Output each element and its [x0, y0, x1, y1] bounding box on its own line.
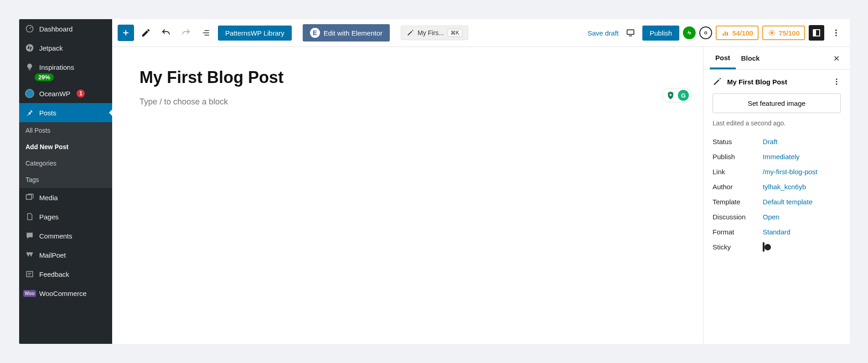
post-title-input[interactable]: [140, 68, 676, 87]
notification-count-badge: 1: [77, 89, 85, 98]
sidebar-item-comments[interactable]: Comments: [19, 226, 112, 245]
sidebar-sub-categories[interactable]: Categories: [19, 155, 112, 171]
svg-rect-3: [26, 271, 32, 277]
link-value[interactable]: /my-first-blog-post: [763, 168, 817, 176]
format-value[interactable]: Standard: [763, 228, 790, 236]
sidebar-item-mailpoet[interactable]: MailPoet: [19, 245, 112, 264]
sticky-toggle[interactable]: [763, 242, 765, 252]
svg-point-6: [770, 31, 773, 34]
publish-value[interactable]: Immediately: [763, 153, 800, 161]
jetpack-status-icon[interactable]: [683, 26, 696, 39]
sidebar-label: Inspirations: [39, 63, 74, 71]
sidebar-item-posts[interactable]: Posts: [19, 103, 112, 122]
format-label: Format: [713, 228, 763, 236]
svg-point-9: [835, 35, 837, 36]
seo-bars-icon: [721, 29, 729, 37]
panel-post-title: My First Blog Post: [727, 78, 787, 86]
breadcrumb-text: My Firs...: [418, 29, 444, 36]
elementor-icon: E: [310, 28, 320, 38]
redo-button[interactable]: [178, 25, 194, 41]
svg-point-1: [26, 44, 34, 52]
preview-button[interactable]: [622, 25, 639, 41]
seo-score-1[interactable]: 54/100: [716, 26, 759, 40]
svg-rect-2: [26, 195, 32, 199]
template-label: Template: [713, 198, 763, 206]
seo-score-text: 54/100: [732, 29, 753, 37]
sidebar-label: Dashboard: [39, 25, 72, 33]
settings-sidebar-toggle[interactable]: [809, 25, 824, 41]
panel-tabs: Post Block: [703, 47, 850, 70]
sidebar-label: Jetpack: [39, 44, 63, 52]
tab-post[interactable]: Post: [710, 48, 736, 69]
oceanwp-icon: [25, 88, 35, 99]
template-value[interactable]: Default template: [763, 198, 812, 206]
sidebar-sub-all-posts[interactable]: All Posts: [19, 122, 112, 139]
patternswp-button[interactable]: PatternsWP Library: [218, 26, 292, 41]
sidebar-item-dashboard[interactable]: Dashboard: [19, 19, 112, 38]
svg-point-10: [836, 78, 837, 80]
settings-panel: Post Block My First Blog Post Set featur…: [703, 47, 850, 344]
lightbulb-icon: [25, 62, 35, 72]
svg-rect-4: [627, 30, 634, 34]
block-placeholder[interactable]: Type / to choose a block: [140, 97, 676, 107]
publish-label: Publish: [713, 153, 763, 161]
editor-toolbar: PatternsWP Library E Edit with Elementor…: [112, 19, 850, 47]
shield-icon[interactable]: [665, 90, 676, 101]
document-overview-button[interactable]: [198, 25, 214, 41]
edit-elementor-button[interactable]: E Edit with Elementor: [303, 24, 390, 41]
sidebar-item-oceanwp[interactable]: OceanWP 1: [19, 84, 112, 103]
sidebar-sub-tags[interactable]: Tags: [19, 171, 112, 188]
publish-button[interactable]: Publish: [642, 26, 679, 41]
svg-point-5: [705, 32, 707, 34]
post-actions-menu[interactable]: [832, 78, 841, 86]
last-edited-text: Last edited a second ago.: [713, 119, 841, 127]
command-palette-button[interactable]: My Firs... ⌘K: [401, 26, 468, 40]
sidebar-item-pages[interactable]: Pages: [19, 207, 112, 226]
sidebar-label: Pages: [39, 213, 59, 221]
author-label: Author: [713, 183, 763, 191]
yoast-icon[interactable]: [699, 26, 712, 39]
sidebar-item-media[interactable]: Media: [19, 188, 112, 207]
sidebar-item-jetpack[interactable]: Jetpack: [19, 38, 112, 57]
sidebar-item-inspirations[interactable]: Inspirations: [19, 57, 112, 73]
tab-block[interactable]: Block: [736, 48, 765, 68]
sidebar-label: Media: [39, 194, 58, 202]
seo-gear-icon: [768, 29, 776, 37]
pen-icon: [407, 29, 414, 36]
undo-button[interactable]: [158, 25, 174, 41]
discussion-label: Discussion: [713, 213, 763, 221]
elementor-label: Edit with Elementor: [324, 29, 382, 37]
grammarly-icon[interactable]: G: [678, 90, 689, 101]
link-label: Link: [713, 168, 763, 176]
discussion-value[interactable]: Open: [763, 213, 780, 221]
floating-assistants: G: [662, 88, 692, 103]
save-draft-button[interactable]: Save draft: [588, 29, 619, 37]
edit-tool-button[interactable]: [138, 25, 154, 41]
svg-point-12: [836, 83, 837, 85]
options-menu-button[interactable]: [828, 25, 844, 41]
sidebar-item-woocommerce[interactable]: Woo WooCommerce: [19, 284, 112, 303]
comment-icon: [25, 231, 35, 241]
editor-area: PatternsWP Library E Edit with Elementor…: [112, 19, 850, 344]
add-block-button[interactable]: [118, 25, 134, 41]
seo-score-2[interactable]: 75/100: [762, 26, 805, 40]
status-label: Status: [713, 138, 763, 145]
sidebar-label: WooCommerce: [39, 290, 87, 297]
status-value[interactable]: Draft: [763, 138, 778, 145]
close-panel-button[interactable]: [830, 52, 843, 65]
svg-point-7: [835, 30, 837, 31]
page-icon: [25, 212, 35, 222]
author-value[interactable]: tylhak_kcn6yb: [763, 183, 806, 191]
sidebar-item-feedback[interactable]: Feedback: [19, 264, 112, 284]
sidebar-sub-add-new[interactable]: Add New Post: [19, 139, 112, 155]
editor-canvas[interactable]: Type / to choose a block G: [112, 47, 703, 344]
seo-score-text: 75/100: [779, 29, 800, 37]
media-icon: [25, 192, 35, 202]
keyboard-shortcut: ⌘K: [448, 29, 462, 37]
set-featured-image-button[interactable]: Set featured image: [713, 93, 841, 113]
gauge-icon: [25, 24, 35, 34]
feedback-icon: [25, 269, 35, 279]
sidebar-label: Posts: [39, 109, 57, 117]
sticky-label: Sticky: [713, 243, 763, 251]
svg-point-8: [835, 32, 837, 33]
